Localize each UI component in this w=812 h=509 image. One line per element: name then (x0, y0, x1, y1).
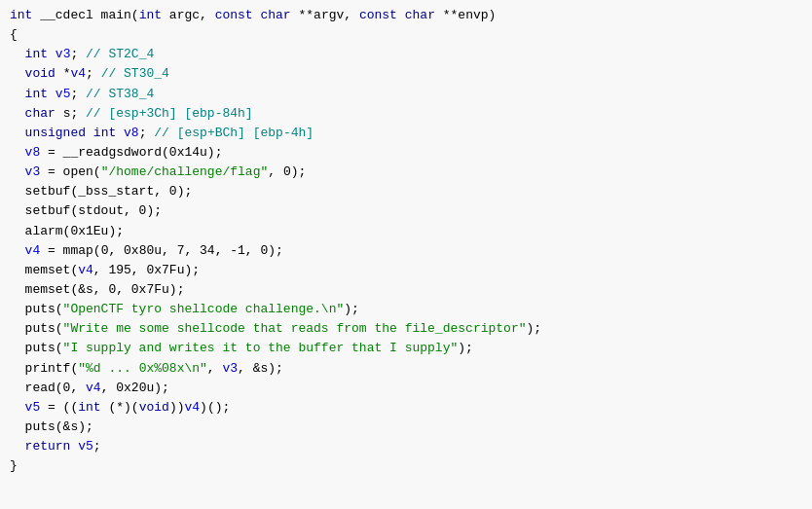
code-line: memset(v4, 195, 0x7Fu); (10, 261, 802, 280)
code-line: int __cdecl main(int argc, const char **… (10, 6, 802, 25)
code-line: return v5; (10, 437, 802, 456)
code-line: v5 = ((int (*)(void))v4)(); (10, 398, 802, 418)
code-line: v8 = __readgsdword(0x14u); (10, 143, 802, 163)
code-line: int v3; // ST2C_4 (10, 45, 802, 64)
code-container: int __cdecl main(int argc, const char **… (0, 0, 812, 509)
code-line: read(0, v4, 0x20u); (10, 379, 802, 398)
code-line: puts("OpenCTF tyro shellcode challenge.\… (10, 300, 802, 319)
code-line: puts("I supply and writes it to the buff… (10, 339, 802, 358)
code-line: } (10, 456, 802, 476)
code-line: v4 = mmap(0, 0x80u, 7, 34, -1, 0); (10, 241, 802, 261)
code-line: { (10, 25, 802, 45)
code-line: alarm(0x1Eu); (10, 222, 802, 241)
code-line: puts("Write me some shellcode that reads… (10, 319, 802, 339)
code-line: v3 = open("/home/challenge/flag", 0); (10, 163, 802, 182)
code-line: void *v4; // ST30_4 (10, 64, 802, 84)
code-line: puts(&s); (10, 418, 802, 437)
code-line: char s; // [esp+3Ch] [ebp-84h] (10, 104, 802, 124)
code-line: printf("%d ... 0x%08x\n", v3, &s); (10, 359, 802, 379)
code-line: setbuf(_bss_start, 0); (10, 182, 802, 201)
code-line: memset(&s, 0, 0x7Fu); (10, 280, 802, 300)
code-line: unsigned int v8; // [esp+BCh] [ebp-4h] (10, 124, 802, 143)
code-line: setbuf(stdout, 0); (10, 201, 802, 221)
code-line: int v5; // ST38_4 (10, 85, 802, 104)
